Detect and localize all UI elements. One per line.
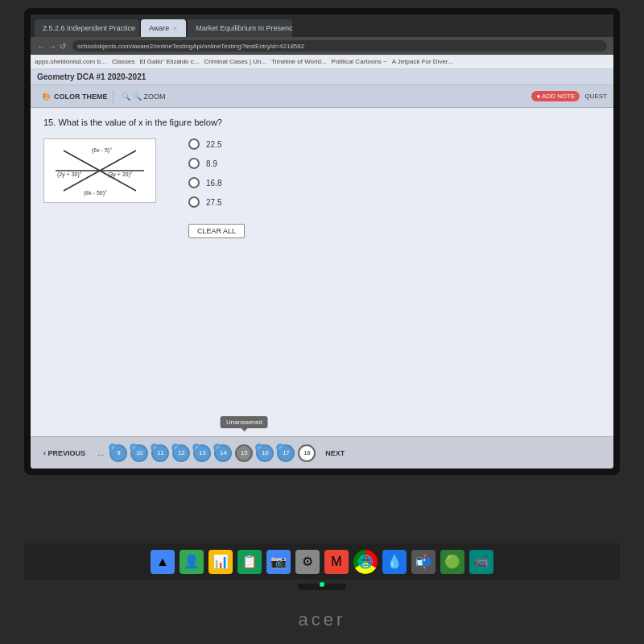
search-icon: 🔍 (122, 93, 130, 101)
figure-box: (6x - 5)° (2y + 30)° (3y + 20)° (8x - 50… (43, 138, 156, 203)
question-num-16[interactable]: 16 ✓ (256, 444, 274, 462)
clear-all-button[interactable]: CLEAR ALL (188, 224, 245, 238)
radio-22-5[interactable] (188, 138, 200, 150)
tab-close-icon[interactable]: ✕ (138, 25, 139, 32)
answer-value-2: 16.8 (206, 179, 221, 188)
taskbar: ▲ 👤 📊 📋 📷 ⚙ M 🌐 💧 📬 🟢 📹 (24, 543, 620, 580)
power-light (320, 582, 324, 587)
toolbar-right: ● ADD NOTE QUEST (531, 91, 607, 101)
check-icon: ✓ (213, 444, 221, 452)
check-icon: ✓ (171, 444, 180, 452)
next-button[interactable]: NEXT (319, 447, 351, 460)
tab-market[interactable]: Market Equilibrium In Presence... ✕ (188, 19, 292, 37)
check-icon: ✓ (130, 444, 138, 452)
bookmarks-bar: apps.sheldonisd.com bookmarks Classes El… (31, 55, 613, 69)
check-icon: ✓ (192, 444, 200, 452)
add-note-button[interactable]: ● ADD NOTE (531, 91, 580, 101)
question-num-10[interactable]: 10 ✓ (130, 444, 148, 462)
bookmark-4[interactable]: Timeline of World... (271, 58, 326, 65)
quest-label: QUEST (584, 93, 607, 100)
question-num-15-wrapper: Unanswered 15 (235, 444, 253, 462)
tab-close-icon[interactable]: ✕ (172, 25, 178, 32)
geometry-figure: (6x - 5)° (2y + 30)° (3y + 20)° (8x - 50… (47, 142, 152, 199)
tab-bar: 2.5.2.6 Independent Practice ✕ Aware ✕ M… (31, 14, 613, 37)
toolbar: 🎨 COLOR THEME 🔍 🔍 ZOOM ● ADD NOTE QUEST (31, 85, 613, 108)
nav-buttons: ← → ↺ (37, 42, 66, 51)
answer-option-0[interactable]: 22.5 (188, 138, 245, 150)
bookmark-0[interactable]: apps.sheldonisd.com bookmarks (35, 58, 107, 65)
answer-option-2[interactable]: 16.8 (188, 177, 245, 188)
previous-button[interactable]: ‹ PREVIOUS (37, 447, 92, 460)
answer-value-1: 8.9 (206, 159, 217, 168)
question-num-9[interactable]: 9 ✓ (109, 444, 127, 462)
taskbar-icon-gmail[interactable]: M (324, 550, 349, 574)
figure-area: (6x - 5)° (2y + 30)° (3y + 20)° (8x - 50… (43, 138, 156, 238)
zoom-section[interactable]: 🔍 🔍 ZOOM (122, 93, 166, 101)
bookmark-1[interactable]: Classes (112, 58, 134, 65)
taskbar-icon-blue[interactable]: 💧 (382, 550, 407, 574)
color-theme-section[interactable]: 🎨 COLOR THEME (37, 90, 114, 103)
question-num-13[interactable]: 13 ✓ (193, 444, 211, 462)
forward-button[interactable]: → (48, 42, 56, 51)
main-content: 15. What is the value of x in the figure… (31, 108, 613, 449)
radio-27-5[interactable] (188, 196, 200, 208)
question-num-15[interactable]: 15 (235, 444, 253, 462)
taskbar-icon-green[interactable]: 🟢 (440, 550, 464, 574)
taskbar-icon-settings[interactable]: ⚙ (295, 550, 320, 574)
check-icon: ✓ (255, 444, 263, 452)
page-title-bar: Geometry DCA #1 2020-2021 (31, 69, 613, 85)
svg-text:(8x - 50)°: (8x - 50)° (84, 190, 107, 196)
tab-aware[interactable]: Aware ✕ (141, 19, 186, 37)
question-area: (6x - 5)° (2y + 30)° (3y + 20)° (8x - 50… (43, 138, 601, 238)
svg-text:(2y + 30)°: (2y + 30)° (57, 171, 82, 178)
question-num-12[interactable]: 12 ✓ (172, 444, 190, 462)
unanswered-tooltip: Unanswered (221, 416, 268, 428)
taskbar-icon-drive[interactable]: ▲ (151, 550, 175, 574)
back-button[interactable]: ← (37, 42, 45, 51)
palette-icon: 🎨 (42, 93, 51, 101)
taskbar-icon-video[interactable]: 📹 (469, 550, 493, 574)
answer-option-3[interactable]: 27.5 (188, 196, 245, 208)
bookmark-2[interactable]: El Gallo" Elizaldo c... (139, 58, 199, 65)
bookmark-6[interactable]: A Jetpack For Diver... (392, 58, 453, 65)
taskbar-icon-people[interactable]: 👤 (180, 550, 204, 574)
question-text: 15. What is the value of x in the figure… (43, 118, 601, 127)
laptop-shell: 2.5.2.6 Independent Practice ✕ Aware ✕ M… (0, 0, 644, 644)
answer-option-1[interactable]: 8.9 (188, 158, 245, 169)
color-theme-label: COLOR THEME (54, 93, 108, 101)
navigation-bar: ‹ PREVIOUS ... 9 ✓ 10 ✓ 11 ✓ 12 ✓ (31, 436, 613, 469)
zoom-icon: 🔍 (133, 93, 142, 101)
answer-choices: 22.5 8.9 16.8 27.5 (188, 138, 245, 238)
browser-chrome: 2.5.2.6 Independent Practice ✕ Aware ✕ M… (31, 14, 613, 55)
check-icon: ✓ (109, 444, 117, 452)
bookmark-3[interactable]: Criminal Cases | Un... (204, 58, 266, 65)
screen-bezel: 2.5.2.6 Independent Practice ✕ Aware ✕ M… (24, 8, 620, 475)
refresh-button[interactable]: ↺ (60, 42, 66, 51)
address-bar: ← → ↺ schoolobjects.com/aware2/onlineTes… (31, 37, 613, 55)
radio-8-9[interactable] (188, 158, 200, 169)
radio-16-8[interactable] (188, 177, 200, 188)
screen: 2.5.2.6 Independent Practice ✕ Aware ✕ M… (31, 14, 613, 469)
zoom-label: ZOOM (144, 93, 166, 101)
svg-text:(6x - 5)°: (6x - 5)° (92, 147, 112, 154)
page-title: Geometry DCA #1 2020-2021 (37, 72, 146, 81)
tab-independent-practice[interactable]: 2.5.2.6 Independent Practice ✕ (35, 19, 139, 37)
bookmark-5[interactable]: Political Cartoons ~ (332, 58, 387, 65)
check-icon: ✓ (276, 444, 284, 452)
question-num-14[interactable]: 14 ✓ (214, 444, 232, 462)
question-num-17[interactable]: 17 ✓ (277, 444, 295, 462)
taskbar-icon-slides[interactable]: 📊 (208, 550, 233, 574)
check-icon: ✓ (151, 444, 159, 452)
answer-value-3: 27.5 (206, 198, 221, 207)
svg-text:(3y + 20)°: (3y + 20)° (108, 171, 133, 178)
answer-value-0: 22.5 (206, 140, 221, 149)
question-num-18[interactable]: 18 (298, 444, 316, 462)
taskbar-icon-camera[interactable]: 📷 (266, 550, 291, 574)
taskbar-icon-mail[interactable]: 📬 (411, 550, 436, 574)
laptop-base: acer (0, 580, 644, 644)
question-num-11[interactable]: 11 ✓ (151, 444, 169, 462)
url-bar[interactable]: schoolobjects.com/aware2/onlineTestingAp… (72, 40, 607, 52)
taskbar-icon-chrome[interactable]: 🌐 (353, 550, 378, 574)
taskbar-icon-sheets[interactable]: 📋 (237, 550, 262, 574)
acer-logo: acer (299, 609, 346, 630)
